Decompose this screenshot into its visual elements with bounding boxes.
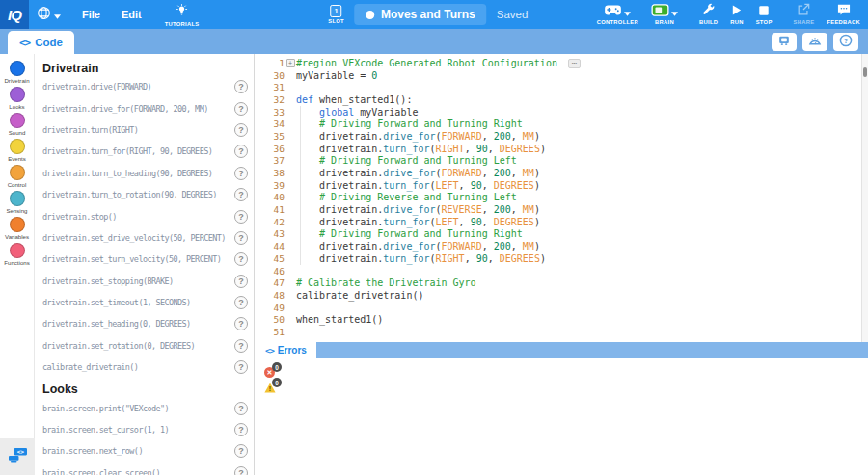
toolbox-command[interactable]: drivetrain.turn_to_rotation(90, DEGREES)… [42, 184, 248, 205]
menu-edit[interactable]: Edit [122, 9, 142, 20]
command-text[interactable]: brain.screen.print("VEXcode") [42, 404, 169, 413]
toolbox-command[interactable]: drivetrain.stop()? [42, 205, 248, 226]
code-line[interactable]: 39 drivetrain.turn_for(LEFT, 90, DEGREES… [256, 179, 861, 192]
command-help-button[interactable]: ? [234, 423, 248, 436]
toolbox-command[interactable]: drivetrain.set_heading(0, DEGREES)? [42, 313, 248, 334]
command-text[interactable]: drivetrain.set_turn_velocity(50, PERCENT… [42, 254, 221, 264]
code-line[interactable]: 44 drivetrain.drive_for(FORWARD, 200, MM… [256, 240, 861, 252]
toolbox-command[interactable]: brain.screen.print("VEXcode")? [42, 397, 248, 418]
code-line[interactable]: 34 # Driving Forward and Turning Right [256, 118, 861, 130]
slot-button[interactable]: 1 SLOT [328, 5, 344, 24]
command-help-button[interactable]: ? [234, 210, 248, 224]
command-text[interactable]: drivetrain.drive_for(FORWARD, 200, MM) [42, 104, 208, 114]
tab-code[interactable]: <> Code [8, 31, 74, 54]
command-help-button[interactable]: ? [234, 80, 248, 93]
folded-region-indicator[interactable]: ⋯ [568, 59, 581, 68]
toolbox-command[interactable]: drivetrain.set_rotation(0, DEGREES)? [42, 335, 248, 356]
editor-scrollbar[interactable] [861, 54, 868, 342]
command-help-button[interactable]: ? [234, 102, 248, 116]
controller-button[interactable]: CONTROLLER [597, 5, 638, 25]
toolbox-command[interactable]: drivetrain.drive_for(FORWARD, 200, MM)? [42, 97, 248, 119]
menu-file[interactable]: File [82, 9, 100, 20]
code-line[interactable]: 30myVariable = 0 [256, 69, 861, 82]
toolbox-command[interactable]: drivetrain.drive(FORWARD)? [42, 76, 248, 97]
run-button[interactable]: RUN [730, 5, 743, 25]
code-line[interactable]: 46 [256, 265, 861, 277]
code-line[interactable]: 31 [256, 81, 861, 93]
code-line[interactable]: 37 # Driving Forward and Turning Left [256, 155, 861, 168]
category-variables[interactable]: Variables [0, 217, 34, 243]
command-help-button[interactable]: ? [234, 188, 248, 201]
command-text[interactable]: brain.screen.clear_screen() [42, 468, 160, 475]
build-button[interactable]: BUILD [699, 5, 718, 25]
tutorials-button[interactable]: TUTORIALS [165, 3, 200, 27]
code-line[interactable]: 36 drivetrain.turn_for(RIGHT, 90, DEGREE… [256, 143, 861, 155]
toolbox-command[interactable]: drivetrain.set_drive_velocity(50, PERCEN… [42, 227, 248, 249]
share-button[interactable]: SHARE [794, 5, 815, 25]
dashboard-button[interactable] [802, 33, 827, 51]
code-line[interactable]: 50when_started1() [256, 313, 861, 326]
scrollbar-thumb[interactable] [863, 67, 867, 77]
category-drivetrain[interactable]: Drivetrain [0, 61, 34, 87]
category-looks[interactable]: Looks [0, 87, 34, 113]
command-text[interactable]: drivetrain.turn_for(RIGHT, 90, DEGREES) [42, 146, 212, 156]
toolbox-command[interactable]: drivetrain.turn(RIGHT)? [42, 119, 248, 141]
command-help-button[interactable]: ? [234, 402, 248, 415]
command-text[interactable]: brain.screen.next_row() [42, 446, 143, 456]
command-text[interactable]: drivetrain.turn_to_heading(90, DEGREES) [42, 169, 212, 178]
category-sensing[interactable]: Sensing [0, 191, 34, 217]
toolbox-command[interactable]: drivetrain.set_timeout(1, SECONDS)? [42, 292, 248, 313]
feedback-button[interactable]: FEEDBACK [827, 5, 860, 25]
command-help-button[interactable]: ? [234, 123, 248, 137]
toolbox-command[interactable]: brain.screen.next_row()? [42, 440, 248, 462]
code-line[interactable]: 35 drivetrain.drive_for(FORWARD, 200, MM… [256, 130, 861, 143]
code-line[interactable]: 41 drivetrain.drive_for(REVERSE, 200, MM… [256, 203, 861, 216]
command-help-button[interactable]: ? [234, 444, 248, 458]
code-line[interactable]: 48calibrate_drivetrain() [256, 289, 861, 302]
command-text[interactable]: drivetrain.set_heading(0, DEGREES) [42, 319, 191, 329]
code-line[interactable]: 42 drivetrain.turn_for(LEFT, 90, DEGREES… [256, 216, 861, 228]
command-help-button[interactable]: ? [234, 317, 248, 330]
brain-preview-button[interactable] [772, 33, 797, 51]
command-help-button[interactable]: ? [234, 231, 248, 245]
fold-toggle-icon[interactable]: + [286, 59, 295, 67]
command-help-button[interactable]: ? [234, 252, 248, 266]
code-line[interactable]: 47# Calibrate the Drivetrain Gyro [256, 277, 861, 289]
command-text[interactable]: drivetrain.drive(FORWARD) [42, 82, 151, 92]
blocks-text-toggle-button[interactable]: <> [0, 438, 35, 475]
category-control[interactable]: Control [0, 165, 34, 191]
code-line[interactable]: 1+#region VEXcode Generated Robot Config… [256, 57, 861, 69]
command-help-button[interactable]: ? [234, 296, 248, 309]
toolbox-command[interactable]: drivetrain.turn_to_heading(90, DEGREES)? [42, 163, 248, 184]
command-text[interactable]: drivetrain.turn(RIGHT) [42, 125, 138, 135]
code-line[interactable]: 49 [256, 302, 861, 314]
toolbox-command[interactable]: drivetrain.turn_for(RIGHT, 90, DEGREES)? [42, 141, 248, 162]
command-text[interactable]: brain.screen.set_cursor(1, 1) [42, 425, 169, 435]
help-button[interactable]: ? [833, 33, 858, 51]
toolbox-command[interactable]: brain.screen.clear_screen()? [42, 462, 248, 475]
command-text[interactable]: drivetrain.set_stopping(BRAKE) [42, 277, 174, 286]
code-line[interactable]: 40 # Driving Reverse and Turning Left [256, 192, 861, 204]
code-line[interactable]: 51 [256, 326, 861, 338]
command-text[interactable]: drivetrain.set_timeout(1, SECONDS) [42, 298, 191, 307]
command-text[interactable]: drivetrain.set_rotation(0, DEGREES) [42, 341, 195, 351]
stop-button[interactable]: STOP [756, 5, 773, 25]
code-line[interactable]: 32def when_started1(): [256, 93, 861, 106]
command-help-button[interactable]: ? [234, 167, 248, 180]
code-line[interactable]: 45 drivetrain.turn_for(RIGHT, 90, DEGREE… [256, 252, 861, 265]
brain-button[interactable]: BRAIN [651, 5, 678, 25]
code-editor[interactable]: 1+#region VEXcode Generated Robot Config… [256, 54, 861, 342]
code-line[interactable]: 38 drivetrain.drive_for(FORWARD, 200, MM… [256, 167, 861, 179]
toolbox-command[interactable]: calibrate_drivetrain()? [42, 356, 248, 378]
command-help-button[interactable]: ? [234, 145, 248, 158]
toolbox-command[interactable]: drivetrain.set_turn_velocity(50, PERCENT… [42, 249, 248, 270]
command-text[interactable]: drivetrain.set_drive_velocity(50, PERCEN… [42, 233, 226, 243]
toolbox-command[interactable]: drivetrain.set_stopping(BRAKE)? [42, 271, 248, 292]
command-help-button[interactable]: ? [234, 360, 248, 374]
project-name-button[interactable]: Moves and Turns [354, 4, 487, 25]
command-help-button[interactable]: ? [234, 339, 248, 353]
category-functions[interactable]: Functions [0, 243, 34, 269]
language-menu-button[interactable] [37, 6, 61, 24]
command-help-button[interactable]: ? [234, 466, 248, 475]
toolbox-command[interactable]: brain.screen.set_cursor(1, 1)? [42, 419, 248, 440]
